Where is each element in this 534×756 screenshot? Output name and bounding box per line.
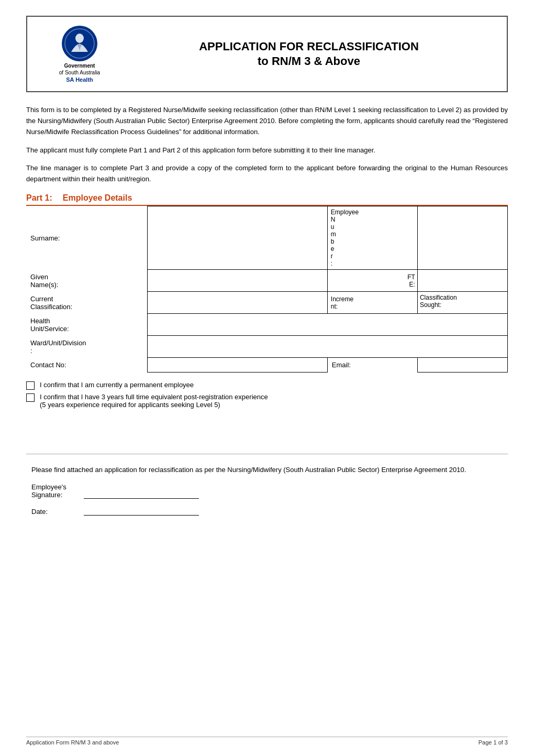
checkbox-row-2: I confirm that I have 3 years full time … bbox=[26, 393, 508, 409]
part1-heading: Part 1: Employee Details bbox=[26, 193, 508, 206]
page-header: Government of South Australia SA Health … bbox=[26, 16, 508, 92]
current-class-label: CurrentClassification: bbox=[26, 292, 147, 314]
bottom-divider bbox=[26, 454, 508, 454]
logo-sa-health-text: SA Health bbox=[59, 76, 100, 83]
surname-label: Surname: bbox=[26, 206, 147, 270]
fte-experience-checkbox[interactable] bbox=[26, 393, 35, 402]
sa-health-logo-icon bbox=[61, 25, 98, 62]
title-line2: to RN/M 3 & Above bbox=[258, 54, 360, 68]
fte-input[interactable] bbox=[417, 270, 507, 292]
health-unit-input[interactable] bbox=[147, 314, 507, 336]
ward-unit-label: Ward/Unit/Division: bbox=[26, 336, 147, 358]
email-input[interactable] bbox=[417, 358, 507, 372]
class-sought-label: ClassificationSought: bbox=[418, 292, 507, 311]
given-names-label: GivenName(s): bbox=[26, 270, 147, 292]
ward-unit-input[interactable] bbox=[147, 336, 507, 358]
signature-area: Employee'sSignature: Date: bbox=[31, 483, 503, 516]
page-footer: Application Form RN/M 3 and above Page 1… bbox=[26, 737, 508, 746]
title-line1: APPLICATION FOR RECLASSIFICATION bbox=[199, 40, 419, 53]
logo-govt-text: Government bbox=[59, 62, 100, 69]
part1-label: Part 1: bbox=[26, 193, 52, 203]
intro-section: This form is to be completed by a Regist… bbox=[26, 105, 508, 185]
bottom-section: Please find attached an application for … bbox=[26, 465, 508, 516]
employee-number-label: EmployeeNumber: bbox=[327, 206, 417, 270]
employee-sig-row: Employee'sSignature: bbox=[31, 483, 503, 499]
intro-para1: This form is to be completed by a Regist… bbox=[26, 105, 508, 137]
checkbox2-label: I confirm that I have 3 years full time … bbox=[40, 393, 268, 409]
fte-label: FTE: bbox=[327, 270, 417, 292]
contact-label: Contact No: bbox=[26, 358, 147, 372]
employee-sig-label: Employee'sSignature: bbox=[31, 483, 79, 499]
date-line bbox=[84, 505, 199, 516]
current-class-input[interactable] bbox=[147, 292, 327, 314]
intro-para2: The applicant must fully complete Part 1… bbox=[26, 145, 508, 156]
checkbox1-label: I confirm that I am currently a permanen… bbox=[40, 381, 194, 389]
permanent-employee-checkbox[interactable] bbox=[26, 381, 35, 390]
part1-title: Employee Details bbox=[63, 193, 132, 203]
checkbox-row-1: I confirm that I am currently a permanen… bbox=[26, 381, 508, 390]
svg-point-2 bbox=[75, 34, 84, 43]
checkboxes-section: I confirm that I am currently a permanen… bbox=[26, 381, 508, 409]
footer-right: Page 1 of 3 bbox=[479, 739, 508, 746]
logo-area: Government of South Australia SA Health bbox=[38, 25, 121, 83]
intro-para3: The line manager is to complete Part 3 a… bbox=[26, 163, 508, 185]
employee-number-input[interactable] bbox=[417, 206, 507, 270]
header-title: APPLICATION FOR RECLASSIFICATION to RN/M… bbox=[121, 39, 496, 69]
bottom-note: Please find attached an application for … bbox=[31, 465, 503, 476]
employee-details-form: Surname: EmployeeNumber: GivenName(s): F… bbox=[26, 206, 508, 372]
date-row: Date: bbox=[31, 505, 503, 516]
increment-label: Increment: bbox=[327, 292, 417, 314]
surname-input[interactable] bbox=[147, 206, 327, 270]
health-unit-label: HealthUnit/Service: bbox=[26, 314, 147, 336]
employee-sig-line bbox=[84, 488, 199, 499]
given-names-input[interactable] bbox=[147, 270, 327, 292]
logo-state-text: of South Australia bbox=[59, 69, 100, 76]
date-label: Date: bbox=[31, 508, 79, 516]
contact-input[interactable] bbox=[147, 358, 327, 372]
email-label: Email: bbox=[327, 358, 417, 372]
footer-left: Application Form RN/M 3 and above bbox=[26, 739, 119, 746]
